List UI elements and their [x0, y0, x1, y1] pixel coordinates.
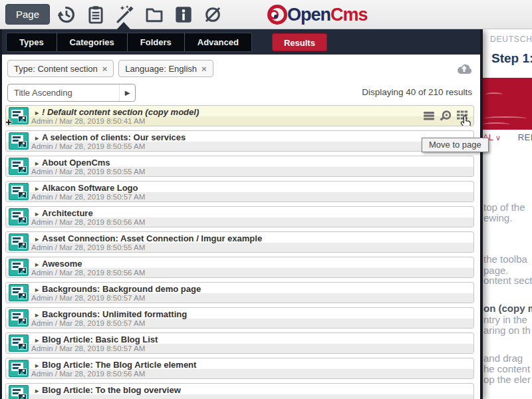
chip-label: Type: Content section [14, 64, 98, 74]
tab-results-active[interactable]: Results [272, 33, 327, 51]
result-title: Asset Connection: Asset Connection / Img… [42, 233, 262, 243]
result-title: Blog Article: The Blog Article element [42, 360, 196, 370]
result-meta: Admin / Mar 28, 2019 8:50:57 AM [31, 319, 145, 328]
sort-value: Title Ascending [8, 88, 119, 98]
expand-arrow-icon[interactable]: ▸ [35, 286, 39, 293]
result-meta: Admin / Mar 28, 2019 8:50:57 AM [31, 293, 145, 303]
expand-arrow-icon[interactable]: ▸ [35, 311, 39, 319]
history-icon[interactable] [56, 4, 76, 25]
content-gallery-dialog: Types Categories Folders Advanced Result… [0, 29, 483, 399]
result-meta: Admin / Mar 28, 2019 8:50:55 AM [31, 243, 145, 252]
tab-folders[interactable]: Folders [128, 33, 185, 51]
result-title: About OpenCms [42, 158, 110, 168]
filter-chip-type[interactable]: Type: Content section × [7, 60, 114, 77]
content-section-icon [9, 334, 29, 352]
content-section-icon [9, 158, 29, 175]
page-text-fragment: on (copy m [483, 303, 532, 314]
page-text-fragments: top of theewing.the toolbapage.ontent se… [483, 29, 532, 399]
opencms-logo: OpenCms [266, 3, 368, 26]
result-meta: Admin / Mar 28, 2019 8:50:56 AM [31, 369, 145, 378]
expand-arrow-icon[interactable]: ▸ [35, 235, 39, 243]
page-text-fragment: and drag [483, 352, 523, 364]
result-row[interactable]: ▸Awesome Admin / Mar 28, 2019 8:50:56 AM [5, 257, 474, 278]
content-section-icon [9, 385, 29, 399]
content-section-icon [9, 208, 29, 225]
filter-chip-language[interactable]: Language: English × [118, 60, 213, 77]
result-row[interactable]: ▸Blog Article: To the blog overview [5, 383, 474, 399]
result-row[interactable]: ▸Blog Article: The Blog Article element … [5, 358, 474, 379]
content-section-icon [9, 309, 29, 327]
result-meta: Admin / Mar 28, 2019 8:50:56 AM [31, 217, 145, 227]
chevron-right-icon[interactable]: ▶ [119, 84, 135, 101]
result-title: Blog Article: Basic Blog List [42, 334, 158, 344]
result-meta: Admin / Mar 28, 2019 8:50:56 AM [31, 268, 145, 277]
result-meta: Admin / Mar 28, 2019 8:50:41 AM [31, 116, 145, 126]
chip-close-icon[interactable]: × [102, 64, 108, 74]
page-text-fragment: ewing. [483, 212, 512, 223]
top-toolbar: Page Open [0, 0, 532, 29]
result-row[interactable]: ▸Architecture Admin / Mar 28, 2019 8:50:… [5, 206, 474, 227]
expand-arrow-icon[interactable]: ▸ [35, 336, 39, 344]
page-text-fragment: top of the [483, 201, 525, 213]
expand-arrow-icon[interactable]: ▸ [35, 210, 39, 217]
content-section-icon [9, 233, 29, 251]
background-page: DEUTSCH Step 1: AL ∨ RELE top of theewin… [483, 29, 532, 399]
expand-arrow-icon[interactable]: ▸ [35, 160, 39, 167]
publish-icon[interactable] [202, 4, 223, 25]
expand-arrow-icon[interactable]: ▸ [35, 109, 39, 116]
result-meta: Admin / Mar 28, 2019 8:50:55 AM [31, 167, 145, 176]
result-row[interactable]: ▸Blog Article: Basic Blog List Admin / M… [5, 332, 474, 354]
upload-icon[interactable] [456, 62, 472, 75]
tab-categories[interactable]: Categories [57, 33, 128, 51]
tab-types[interactable]: Types [7, 33, 57, 51]
results-summary: Displaying 40 of 210 results [362, 87, 472, 97]
gallery-tab-group: Types Categories Folders Advanced [6, 33, 252, 52]
expand-arrow-icon[interactable]: ▸ [35, 362, 39, 369]
result-row[interactable]: ▸Asset Connection: Asset Connection / Im… [5, 231, 474, 253]
result-row[interactable]: ▸A selection of clients: Our services Ad… [5, 130, 474, 152]
result-title: Architecture [42, 208, 93, 218]
page-text-fragment: op the eler [483, 374, 531, 385]
result-row[interactable]: ▸Backgrounds: Background demo page Admin… [5, 282, 474, 303]
info-icon[interactable] [173, 4, 194, 25]
filter-chip-row: Type: Content section × Language: Englis… [7, 60, 475, 77]
result-title: Alkacon Software Logo [42, 183, 138, 193]
result-row[interactable]: ▸Backgrounds: Unlimited formatting Admin… [5, 307, 474, 329]
sort-select[interactable]: Title Ascending ▶ [7, 84, 136, 102]
content-section-icon [9, 183, 29, 200]
page-button[interactable]: Page [5, 4, 50, 25]
sort-row: Title Ascending ▶ Displaying 40 of 210 r… [7, 84, 472, 102]
page-text-fragment: the toolba [483, 253, 527, 265]
result-title: A selection of clients: Our services [42, 132, 186, 142]
page-text-fragment: aring on th [483, 325, 531, 336]
chip-close-icon[interactable]: × [201, 64, 207, 74]
results-list: + ▸! Default content section (copy model… [5, 105, 474, 399]
expand-arrow-icon[interactable]: ▸ [35, 185, 39, 192]
expand-arrow-icon[interactable]: ▸ [35, 134, 39, 142]
content-section-icon [9, 284, 29, 301]
content-section-icon [9, 132, 29, 150]
expand-arrow-icon[interactable]: ▸ [35, 387, 39, 394]
list-icon[interactable] [422, 109, 436, 122]
preview-icon[interactable] [438, 109, 453, 122]
content-section-icon: + [9, 107, 29, 124]
result-row[interactable]: + ▸! Default content section (copy model… [5, 105, 474, 126]
chip-label: Language: English [125, 64, 197, 74]
row-action-buttons [422, 109, 469, 122]
tab-advanced[interactable]: Advanced [185, 33, 251, 51]
page-text-fragment: he content [483, 363, 530, 374]
screen: Page Open [0, 0, 532, 399]
toolbar-icon-group [56, 4, 223, 25]
move-to-page-tooltip: Move to page [422, 138, 489, 152]
folder-icon[interactable] [144, 4, 164, 25]
clipboard-icon[interactable] [85, 4, 106, 25]
result-title: Blog Article: To the blog overview [42, 385, 181, 395]
result-meta: Admin / Mar 28, 2019 8:50:57 AM [31, 192, 145, 201]
result-title: ! Default content section (copy model) [42, 107, 199, 117]
result-title: Awesome [42, 259, 82, 269]
result-row[interactable]: ▸Alkacon Software Logo Admin / Mar 28, 2… [5, 181, 474, 202]
row-meta-band [6, 394, 473, 399]
result-row[interactable]: ▸About OpenCms Admin / Mar 28, 2019 8:50… [5, 156, 474, 177]
expand-arrow-icon[interactable]: ▸ [35, 261, 39, 268]
content-section-icon [9, 360, 29, 377]
